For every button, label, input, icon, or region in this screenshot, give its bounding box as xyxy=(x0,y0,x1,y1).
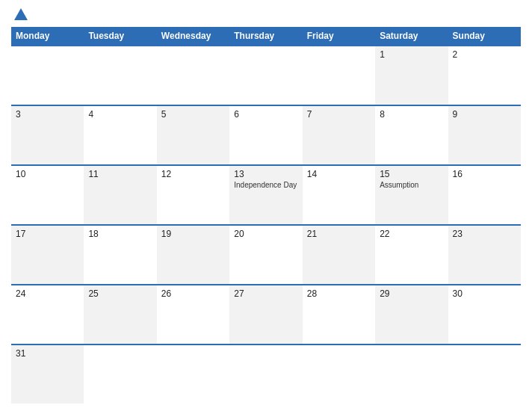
calendar-header: Monday Tuesday Wednesday Thursday Friday… xyxy=(11,27,521,45)
logo-flag-icon xyxy=(14,7,28,21)
calendar-cell xyxy=(229,46,302,105)
calendar-cell: 13Independence Day xyxy=(229,166,302,224)
page: Monday Tuesday Wednesday Thursday Friday… xyxy=(0,0,532,411)
calendar-cell: 2 xyxy=(448,46,521,105)
calendar-cell xyxy=(157,46,229,105)
calendar-week-4: 17181920212223 xyxy=(11,224,521,284)
col-tuesday: Tuesday xyxy=(84,27,156,45)
day-number: 21 xyxy=(307,229,371,239)
col-wednesday: Wednesday xyxy=(157,27,229,45)
calendar-cell: 20 xyxy=(229,226,302,284)
day-number: 10 xyxy=(16,169,79,179)
col-thursday: Thursday xyxy=(229,27,302,45)
col-friday: Friday xyxy=(303,27,375,45)
svg-marker-0 xyxy=(14,8,28,20)
day-number: 11 xyxy=(88,169,152,179)
day-number: 31 xyxy=(16,348,79,359)
calendar-cell: 19 xyxy=(157,226,229,284)
calendar-week-3: 10111213Independence Day1415Assumption16 xyxy=(11,164,521,224)
calendar-cell: 22 xyxy=(375,226,448,284)
calendar-cell: 5 xyxy=(157,106,229,164)
day-number: 30 xyxy=(453,288,516,299)
calendar-cell: 26 xyxy=(157,285,229,344)
event-label: Independence Day xyxy=(234,181,297,189)
calendar-cell: 29 xyxy=(375,285,448,344)
calendar-cell: 30 xyxy=(448,285,521,344)
calendar-cell xyxy=(84,46,156,105)
calendar-cell: 16 xyxy=(448,166,521,224)
day-number: 28 xyxy=(307,288,371,299)
day-number: 12 xyxy=(161,169,225,179)
calendar-cell: 1 xyxy=(375,46,448,105)
calendar-week-2: 3456789 xyxy=(11,105,521,164)
calendar-cell: 4 xyxy=(84,106,156,164)
event-label: Assumption xyxy=(380,181,443,189)
calendar-cell: 8 xyxy=(375,106,448,164)
calendar-cell: 18 xyxy=(84,226,156,284)
day-number: 4 xyxy=(88,109,152,120)
day-number: 17 xyxy=(16,229,79,239)
calendar-cell xyxy=(11,46,84,105)
calendar-cell: 23 xyxy=(448,226,521,284)
calendar-cell: 24 xyxy=(11,285,84,344)
day-number: 1 xyxy=(380,49,443,60)
calendar-cell xyxy=(157,345,229,404)
calendar-cell xyxy=(303,345,375,404)
calendar-cell xyxy=(229,345,302,404)
calendar-week-1: 12 xyxy=(11,45,521,105)
calendar-cell: 10 xyxy=(11,166,84,224)
calendar-cell xyxy=(375,345,448,404)
calendar-cell xyxy=(448,345,521,404)
calendar-body: 12345678910111213Independence Day1415Ass… xyxy=(11,45,521,404)
calendar-week-5: 24252627282930 xyxy=(11,284,521,344)
col-saturday: Saturday xyxy=(375,27,448,45)
calendar-cell: 11 xyxy=(84,166,156,224)
col-sunday: Sunday xyxy=(448,27,521,45)
calendar-week-6: 31 xyxy=(11,344,521,404)
day-number: 19 xyxy=(161,229,225,239)
day-number: 5 xyxy=(161,109,225,120)
calendar-cell: 9 xyxy=(448,106,521,164)
day-number: 16 xyxy=(453,169,516,179)
day-number: 26 xyxy=(161,288,225,299)
calendar-cell: 25 xyxy=(84,285,156,344)
day-number: 14 xyxy=(307,169,371,179)
calendar-cell: 21 xyxy=(303,226,375,284)
calendar-cell: 7 xyxy=(303,106,375,164)
day-number: 25 xyxy=(88,288,152,299)
calendar-cell: 28 xyxy=(303,285,375,344)
day-number: 2 xyxy=(453,49,516,60)
day-number: 9 xyxy=(453,109,516,120)
col-monday: Monday xyxy=(11,27,84,45)
day-number: 20 xyxy=(234,229,297,239)
day-number: 7 xyxy=(307,109,371,120)
day-number: 27 xyxy=(234,288,297,299)
day-number: 18 xyxy=(88,229,152,239)
logo xyxy=(11,7,28,21)
day-number: 22 xyxy=(380,229,443,239)
calendar-cell xyxy=(84,345,156,404)
calendar-cell: 6 xyxy=(229,106,302,164)
calendar-cell: 15Assumption xyxy=(375,166,448,224)
day-number: 6 xyxy=(234,109,297,120)
calendar-cell: 31 xyxy=(11,345,84,404)
day-number: 13 xyxy=(234,169,297,179)
calendar-cell: 17 xyxy=(11,226,84,284)
calendar-cell: 3 xyxy=(11,106,84,164)
day-number: 23 xyxy=(453,229,516,239)
day-number: 15 xyxy=(380,169,443,179)
calendar: Monday Tuesday Wednesday Thursday Friday… xyxy=(11,27,521,404)
day-number: 8 xyxy=(380,109,443,120)
day-number: 24 xyxy=(16,288,79,299)
header xyxy=(11,7,521,21)
day-number: 29 xyxy=(380,288,443,299)
calendar-cell: 27 xyxy=(229,285,302,344)
calendar-cell: 12 xyxy=(157,166,229,224)
calendar-cell xyxy=(303,46,375,105)
calendar-cell: 14 xyxy=(303,166,375,224)
day-number: 3 xyxy=(16,109,79,120)
